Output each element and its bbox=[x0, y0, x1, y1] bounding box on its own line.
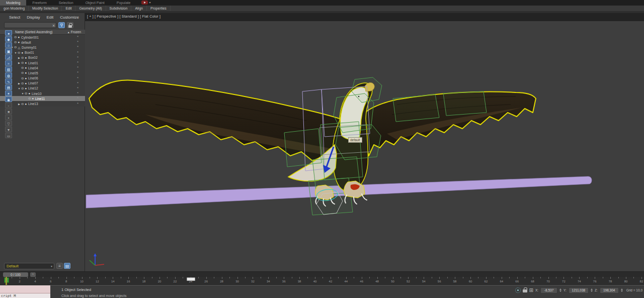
display-xrefs-icon[interactable]: ◍ bbox=[5, 72, 12, 78]
ribbon-panel-edit[interactable]: Edit bbox=[62, 6, 75, 11]
frozen-toggle-icon[interactable]: * bbox=[77, 51, 78, 54]
tree-row-box01[interactable]: ▼⊙●Box01* bbox=[0, 50, 85, 55]
tree-row-line11[interactable]: ⊙●Line11* bbox=[0, 96, 85, 101]
z-spinner[interactable] bbox=[621, 288, 623, 292]
node-label[interactable]: Line11 bbox=[35, 97, 45, 101]
tree-row-line13[interactable]: ▶⊙●Line13* bbox=[0, 101, 85, 106]
name-column-header[interactable]: Name (Sorted Ascending) bbox=[15, 30, 52, 34]
ribbon-tab-modeling[interactable]: Modeling bbox=[0, 0, 26, 6]
display-visibility-icon[interactable]: ◉ bbox=[5, 96, 12, 102]
frozen-toggle-icon[interactable]: * bbox=[77, 87, 78, 90]
node-label[interactable]: Box01 bbox=[25, 51, 34, 54]
ribbon-tab-populate[interactable]: Populate bbox=[111, 0, 137, 6]
pick-mode-icon[interactable]: ▪ bbox=[5, 115, 12, 120]
eye-icon[interactable]: ⊙ bbox=[21, 102, 24, 106]
eye-icon[interactable]: ⊙ bbox=[21, 86, 24, 90]
ribbon-tab-selection[interactable]: Selection bbox=[53, 0, 79, 6]
current-frame-line[interactable] bbox=[6, 277, 7, 285]
ribbon-panel-align[interactable]: Align bbox=[131, 6, 147, 11]
search-input[interactable]: × bbox=[4, 22, 56, 28]
frozen-toggle-icon[interactable]: * bbox=[77, 77, 78, 80]
ribbon-tab-freeform[interactable]: Freeform bbox=[26, 0, 52, 6]
tree-row-line10[interactable]: ▼⊙●Line10* bbox=[0, 91, 85, 96]
node-label[interactable]: Line12 bbox=[28, 86, 38, 90]
x-coordinate-field[interactable]: -8,537 bbox=[540, 287, 557, 293]
tree-row-box02[interactable]: ▶⊙●Box02* bbox=[0, 55, 85, 60]
ribbon-panel-gon-modeling[interactable]: gon Modeling bbox=[0, 6, 29, 11]
display-containers-icon[interactable]: ▤ bbox=[5, 84, 12, 90]
tree-row-default[interactable]: ⊙●default* bbox=[0, 40, 85, 45]
selection-region-icon[interactable] bbox=[515, 287, 521, 293]
display-helpers-icon[interactable]: ◿ bbox=[5, 54, 12, 60]
node-label[interactable]: default bbox=[21, 41, 31, 44]
node-label[interactable]: Dummy01 bbox=[22, 46, 37, 49]
ribbon-tab-object-paint[interactable]: Object Paint bbox=[79, 0, 111, 6]
select-children-icon[interactable]: ▫ bbox=[5, 103, 12, 108]
expand-arrow-icon[interactable]: ▼ bbox=[21, 92, 25, 95]
explorer-panel-icon[interactable]: ▤ bbox=[64, 263, 70, 269]
frozen-toggle-icon[interactable]: * bbox=[77, 66, 78, 69]
maxscript-mini-listener[interactable]: cript M bbox=[0, 285, 50, 298]
node-label[interactable]: Line07 bbox=[28, 81, 38, 85]
eye-icon[interactable]: ⊙ bbox=[21, 61, 24, 65]
frozen-toggle-icon[interactable]: * bbox=[77, 56, 78, 59]
tree-row-cylinder001[interactable]: ⊙●Cylinder001* bbox=[0, 35, 85, 40]
expand-arrow-icon[interactable]: ▶ bbox=[17, 56, 21, 59]
media-play-icon[interactable] bbox=[141, 1, 148, 5]
eye-icon[interactable]: ⊙ bbox=[21, 81, 24, 85]
explorer-column-header[interactable]: Name (Sorted Ascending) ▲Frozen bbox=[0, 30, 85, 35]
expand-arrow-icon[interactable]: ▶ bbox=[17, 82, 21, 85]
ribbon-panel-subdivision[interactable]: Subdivision bbox=[106, 6, 132, 11]
frozen-toggle-icon[interactable]: * bbox=[77, 36, 78, 39]
perspective-viewport[interactable]: [ + ] [ Perspective ] [ Standard ] [ Fla… bbox=[85, 13, 644, 271]
container-icon[interactable]: ▭ bbox=[5, 133, 12, 138]
explorer-menu-select[interactable]: Select bbox=[9, 15, 20, 20]
display-lights-icon[interactable]: ○ bbox=[5, 42, 12, 48]
node-label[interactable]: Line04 bbox=[28, 66, 38, 70]
display-materials-icon[interactable]: ✶ bbox=[5, 90, 12, 96]
display-bones-icon[interactable]: ∿ bbox=[5, 78, 12, 84]
node-label[interactable]: Line13 bbox=[28, 102, 38, 106]
eye-icon[interactable]: ⊙ bbox=[18, 51, 20, 55]
display-shapes-icon[interactable]: ◆ bbox=[5, 36, 12, 42]
track-bar[interactable]: 2468101214161820222426283032343638404244… bbox=[0, 277, 644, 285]
layer-stack-icon[interactable]: ≡ bbox=[56, 263, 63, 269]
lock-icon[interactable] bbox=[67, 22, 73, 28]
eye-icon[interactable]: ⊙ bbox=[25, 91, 27, 95]
viewport-canvas[interactable] bbox=[85, 13, 644, 271]
filter-outline-icon[interactable]: ▽ bbox=[5, 121, 12, 126]
frozen-toggle-icon[interactable]: * bbox=[77, 41, 78, 44]
tree-row-dummy01[interactable]: ▼⊙△Dummy01* bbox=[0, 45, 85, 50]
x-spinner[interactable] bbox=[559, 288, 561, 292]
selection-lock-icon[interactable] bbox=[523, 287, 527, 293]
eye-icon[interactable]: ⊙ bbox=[21, 76, 24, 80]
explorer-preset-dropdown[interactable]: Default ▾ bbox=[4, 263, 54, 269]
tree-row-line12[interactable]: ▼⊙●Line12* bbox=[0, 86, 85, 91]
time-slider-handle[interactable]: 0 / 100 bbox=[3, 272, 28, 277]
node-label[interactable]: Line05 bbox=[28, 71, 38, 75]
eye-icon[interactable]: ⊙ bbox=[21, 71, 24, 75]
ribbon-panel-geometry-all-[interactable]: Geometry (All) bbox=[75, 6, 106, 11]
expand-arrow-icon[interactable]: ▶ bbox=[17, 103, 21, 106]
eye-icon[interactable]: ⊙ bbox=[14, 35, 17, 39]
eye-icon[interactable]: ⊙ bbox=[21, 66, 24, 70]
frozen-toggle-icon[interactable]: * bbox=[77, 97, 78, 100]
filter-icon[interactable]: ∇ bbox=[58, 22, 65, 28]
node-label[interactable]: Line01 bbox=[28, 61, 38, 65]
frozen-toggle-icon[interactable]: * bbox=[77, 82, 78, 85]
frozen-toggle-icon[interactable]: * bbox=[77, 71, 78, 74]
clear-search-icon[interactable]: × bbox=[52, 23, 55, 29]
ribbon-panel-modify-selection[interactable]: Modify Selection bbox=[29, 6, 62, 11]
y-coordinate-field[interactable]: 1211,038 bbox=[569, 287, 589, 293]
viewport-label[interactable]: [ + ] [ Perspective ] [ Standard ] [ Fla… bbox=[87, 15, 160, 18]
frozen-toggle-icon[interactable]: * bbox=[77, 103, 78, 106]
listener-white-line[interactable]: cript M bbox=[0, 293, 50, 298]
frozen-toggle-icon[interactable]: * bbox=[77, 46, 78, 49]
node-label[interactable]: Cylinder001 bbox=[21, 36, 39, 39]
listener-pink-line[interactable] bbox=[0, 285, 50, 293]
absolute-mode-icon[interactable]: ⊞ bbox=[529, 287, 533, 293]
expand-arrow-icon[interactable]: ▼ bbox=[17, 87, 21, 90]
node-label[interactable]: Line10 bbox=[32, 92, 42, 95]
frozen-column-header[interactable]: ▲Frozen bbox=[67, 30, 81, 34]
time-slider-bar[interactable]: 0 / 100 › bbox=[0, 271, 644, 277]
